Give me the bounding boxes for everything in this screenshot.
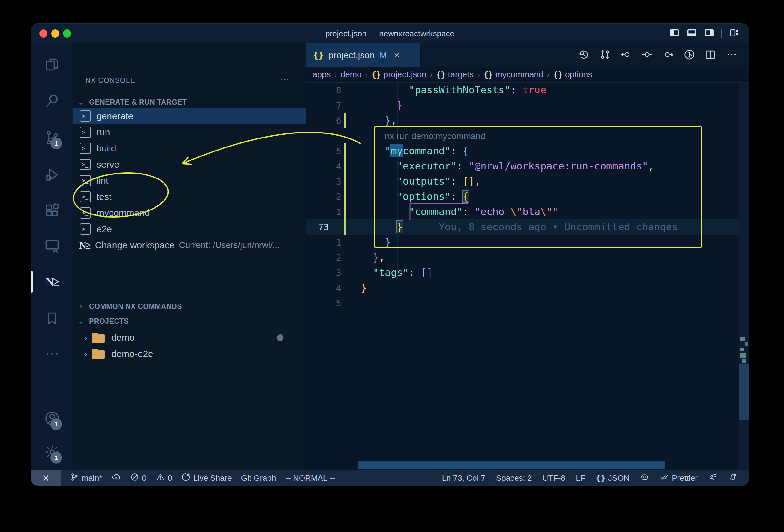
code-line-4[interactable]: 4} xyxy=(306,280,749,296)
code-line-codelens[interactable]: nx run demo:mycommand xyxy=(306,128,749,143)
status-remote-indicator[interactable] xyxy=(31,470,60,486)
activity-search-search-icon[interactable] xyxy=(31,85,73,116)
activity-additional-views-more-icon[interactable] xyxy=(31,338,73,369)
layout-sidebar-left-icon[interactable] xyxy=(669,28,680,39)
section-common-nx-commands[interactable]: › COMMON NX COMMANDS xyxy=(73,300,306,313)
activity-run-and-debug-debug-icon[interactable] xyxy=(31,159,73,190)
activity-nx-console-nx-console-icon[interactable]: N≥ xyxy=(31,266,73,297)
json-file-icon: {} xyxy=(313,50,324,60)
terminal-icon: >_ xyxy=(80,111,91,122)
activity-remote-explorer-remote-explorer-icon[interactable] xyxy=(31,231,73,262)
code-text: nx run demo:mycommand xyxy=(361,128,485,144)
more-icon[interactable] xyxy=(726,49,737,62)
code-line-73[interactable]: 73 } You, 8 seconds ago • Uncommitted ch… xyxy=(306,219,749,235)
folder-icon xyxy=(92,333,105,343)
git-graph-icon[interactable] xyxy=(683,49,695,62)
history-icon[interactable] xyxy=(578,49,590,62)
activity-bookmarks-bookmark-icon[interactable] xyxy=(31,303,73,334)
activity-explorer-files-icon[interactable] xyxy=(31,49,73,80)
activity-accounts-account-icon[interactable]: 1 xyxy=(31,403,73,434)
breadcrumb-mycommand[interactable]: {}mycommand xyxy=(483,70,543,80)
screen: project.json — newnxreactwrkspace 1N≥11 … xyxy=(0,0,784,532)
breadcrumb-options[interactable]: {}options xyxy=(553,70,592,80)
target-item-lint[interactable]: >_lint xyxy=(73,173,306,189)
project-item-demo[interactable]: ›demo xyxy=(73,330,306,346)
terminal-icon: >_ xyxy=(80,223,91,235)
gutter: 73 xyxy=(306,219,361,235)
status-git-branch[interactable]: main* xyxy=(70,472,102,484)
code-line-3[interactable]: 3 "tags": [] xyxy=(306,265,749,280)
chevron-right-icon: › xyxy=(430,71,432,79)
status-vim-mode[interactable]: -- NORMAL -- xyxy=(285,473,335,483)
target-item-mycommand[interactable]: >_mycommand xyxy=(73,205,306,221)
code-text: "tags": [] xyxy=(361,265,433,280)
line-number: 3 xyxy=(336,176,341,187)
sidebar-more-actions[interactable]: ⋯ xyxy=(280,73,290,84)
code-line-5[interactable]: 5 "mycommand": { xyxy=(306,143,749,159)
project-item-demo-e2e[interactable]: ›demo-e2e xyxy=(73,346,306,362)
status-indentation[interactable]: Spaces: 2 xyxy=(496,473,532,483)
code-line-8[interactable]: 8 "passWithNoTests": true xyxy=(306,83,749,98)
scrollbar-vertical[interactable] xyxy=(739,364,749,420)
code-line-2[interactable]: 2 "options": { xyxy=(306,189,749,204)
status-notifications[interactable] xyxy=(728,472,737,484)
git-compare-icon[interactable] xyxy=(599,49,611,62)
target-item-test[interactable]: >_test xyxy=(73,189,306,205)
section-generate-run-target[interactable]: ⌄ GENERATE & RUN TARGET xyxy=(73,95,306,109)
breadcrumb-targets[interactable]: {}targets xyxy=(436,70,474,80)
gutter: 6 xyxy=(306,113,361,128)
code-line-4[interactable]: 4 "executor": "@nrwl/workspace:run-comma… xyxy=(306,159,749,174)
code-line-1[interactable]: 1 } xyxy=(306,235,749,250)
breadcrumb-demo[interactable]: demo xyxy=(341,70,362,80)
code-line-6[interactable]: 6 }, xyxy=(306,113,749,128)
target-item-e2e[interactable]: >_e2e xyxy=(73,221,306,237)
breadcrumb-apps[interactable]: apps xyxy=(312,70,331,80)
breadcrumb-project.json[interactable]: {}project.json xyxy=(371,70,426,80)
status-errors[interactable]: 0 xyxy=(130,472,146,484)
bell-icon xyxy=(728,472,737,484)
branch-icon xyxy=(70,472,79,484)
activity-settings-gear-icon[interactable]: 1 xyxy=(31,437,73,468)
prev-change-icon[interactable] xyxy=(620,49,632,62)
code-line-1[interactable]: 1 "command": "echo \"bla\"" xyxy=(306,204,749,219)
change-workspace-item[interactable]: N≥Change workspaceCurrent: /Users/juri/n… xyxy=(73,237,306,253)
code-text: "passWithNoTests": true xyxy=(361,83,546,98)
code-line-7[interactable]: 7 } xyxy=(306,98,749,113)
activity-extensions-extensions-icon[interactable] xyxy=(31,195,73,226)
status-live-share[interactable]: Live Share xyxy=(181,472,231,484)
layout-panel-icon[interactable] xyxy=(687,28,697,39)
change-icon[interactable] xyxy=(641,49,653,62)
layout-sidebar-right-icon[interactable] xyxy=(704,28,715,39)
code-line-5[interactable]: 5 xyxy=(306,296,749,311)
target-item-generate[interactable]: >_generate xyxy=(73,108,306,124)
target-item-run[interactable]: >_run xyxy=(73,124,306,140)
split-editor-icon[interactable] xyxy=(704,49,716,62)
status-publish[interactable] xyxy=(111,472,121,484)
status-feedback[interactable] xyxy=(708,472,718,484)
status-encoding[interactable]: UTF-8 xyxy=(542,473,565,483)
warning-icon xyxy=(156,472,165,484)
status-cursor-position[interactable]: Ln 73, Col 7 xyxy=(442,473,485,483)
status-prettier[interactable]: Prettier xyxy=(660,472,698,484)
status-copilot[interactable] xyxy=(640,472,649,484)
status-language-mode[interactable]: {}JSON xyxy=(596,473,630,483)
status-eol[interactable]: LF xyxy=(576,473,585,483)
layout-customize-icon[interactable] xyxy=(729,28,739,39)
minimap[interactable] xyxy=(739,83,749,470)
target-item-serve[interactable]: >_serve xyxy=(73,157,306,173)
code-line-2[interactable]: 2 }, xyxy=(306,250,749,265)
target-item-build[interactable]: >_build xyxy=(73,140,306,157)
status-warnings[interactable]: 0 xyxy=(156,472,172,484)
tab-project-json[interactable]: {} project.json M × xyxy=(306,44,421,67)
activity-source-control-source-control-icon[interactable]: 1 xyxy=(31,122,73,153)
scrollbar-horizontal[interactable] xyxy=(359,460,666,469)
gutter: 2 xyxy=(306,189,361,204)
json-braces-icon: {} xyxy=(483,70,493,79)
gutter: 8 xyxy=(306,83,361,98)
code-editor[interactable]: 8 "passWithNoTests": true7 }6 }, nx run … xyxy=(306,83,749,470)
next-change-icon[interactable] xyxy=(662,49,674,62)
section-projects[interactable]: ⌄ PROJECTS xyxy=(73,315,306,328)
close-tab-icon[interactable]: × xyxy=(394,50,400,60)
code-line-3[interactable]: 3 "outputs": [], xyxy=(306,174,749,189)
status-git-graph[interactable]: Git Graph xyxy=(241,473,276,483)
